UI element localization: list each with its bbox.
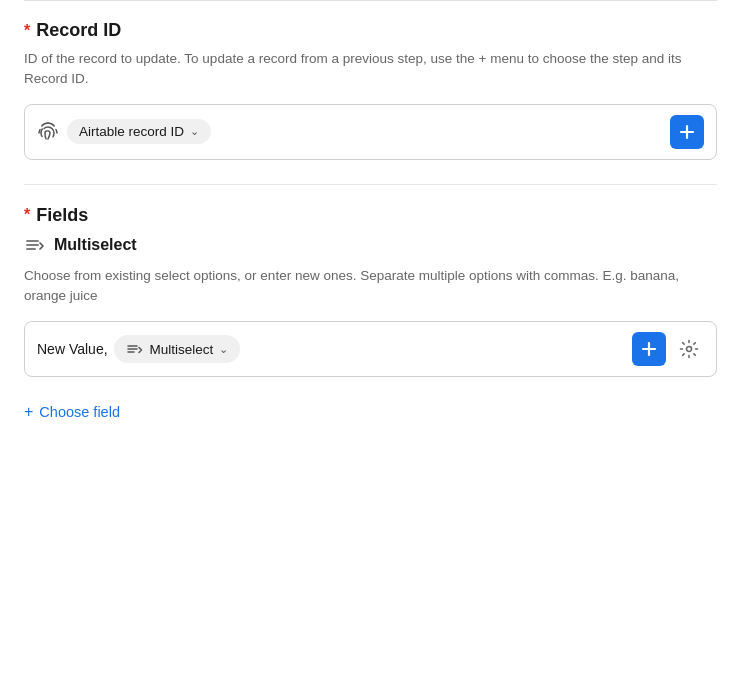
section-divider <box>24 184 717 185</box>
multiselect-lines-icon <box>24 234 46 256</box>
page-container: * Record ID ID of the record to update. … <box>0 0 741 688</box>
new-value-add-button[interactable] <box>632 332 666 366</box>
record-id-label: Record ID <box>36 20 121 41</box>
new-value-left: New Value, Multiselect ⌄ <box>37 335 240 363</box>
svg-point-10 <box>687 347 692 352</box>
multiselect-chevron-icon: ⌄ <box>219 343 228 356</box>
new-value-row: New Value, Multiselect ⌄ <box>24 321 717 377</box>
gear-settings-button[interactable] <box>674 334 704 364</box>
multiselect-description: Choose from existing select options, or … <box>24 266 717 308</box>
fields-title-row: * Fields <box>24 205 717 226</box>
choose-field-button[interactable]: + Choose field <box>24 397 120 427</box>
multiselect-dropdown-icon <box>126 340 144 358</box>
record-id-required-star: * <box>24 23 30 39</box>
record-id-chevron-icon: ⌄ <box>190 125 199 138</box>
fields-required-star: * <box>24 207 30 223</box>
multiselect-dropdown-label: Multiselect <box>150 342 214 357</box>
airtable-record-id-label: Airtable record ID <box>79 124 184 139</box>
record-id-input-row: Airtable record ID ⌄ <box>24 104 717 160</box>
new-value-row-right <box>632 332 704 366</box>
record-id-section: * Record ID ID of the record to update. … <box>24 20 717 160</box>
fields-section: * Fields Multiselect Choose from existin… <box>24 205 717 378</box>
record-id-title-row: * Record ID <box>24 20 717 41</box>
fields-label: Fields <box>36 205 88 226</box>
multiselect-dropdown[interactable]: Multiselect ⌄ <box>114 335 241 363</box>
record-id-add-button[interactable] <box>670 115 704 149</box>
top-border-line <box>24 0 717 1</box>
choose-field-plus-icon: + <box>24 403 33 421</box>
multiselect-label: Multiselect <box>54 236 137 254</box>
airtable-record-id-dropdown[interactable]: Airtable record ID ⌄ <box>67 119 211 144</box>
choose-field-label: Choose field <box>39 404 120 420</box>
new-value-prefix: New Value, <box>37 341 108 357</box>
new-value-plus-icon <box>640 340 658 358</box>
record-id-input-left: Airtable record ID ⌄ <box>37 119 211 144</box>
record-id-description: ID of the record to update. To update a … <box>24 49 717 90</box>
gear-icon <box>679 339 699 359</box>
fingerprint-icon <box>37 121 59 143</box>
multiselect-header: Multiselect <box>24 234 717 256</box>
plus-icon <box>678 123 696 141</box>
